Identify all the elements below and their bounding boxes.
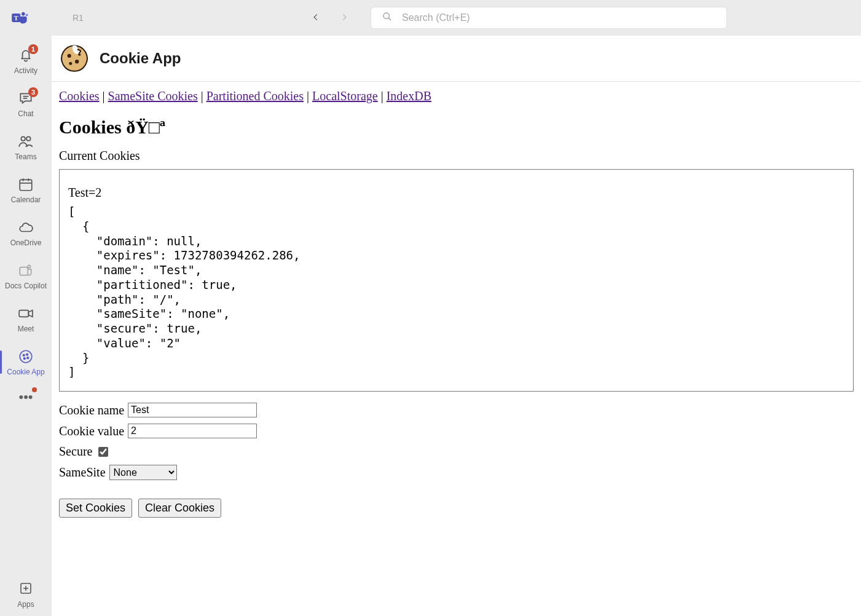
copilot-icon bbox=[17, 262, 34, 279]
app-title: Cookie App bbox=[100, 50, 181, 67]
back-button[interactable] bbox=[312, 12, 320, 25]
cookie-json: [ { "domain": null, "expires": 173278039… bbox=[68, 205, 844, 380]
rail-label: Meet bbox=[18, 325, 34, 333]
app-header: Cookie App bbox=[52, 36, 861, 82]
search-input[interactable] bbox=[401, 12, 715, 24]
cookie-value-row: Cookie value bbox=[59, 424, 854, 438]
cookie-name-input[interactable] bbox=[128, 403, 257, 417]
app-rail: 1 Activity 3 Chat Teams Calendar bbox=[0, 36, 52, 616]
history-nav bbox=[312, 12, 348, 25]
cookie-icon bbox=[17, 348, 34, 365]
link-cookies[interactable]: Cookies bbox=[59, 89, 100, 103]
secure-row: Secure bbox=[59, 444, 854, 459]
rail-label: Docs Copilot bbox=[5, 282, 47, 290]
rail-item-activity[interactable]: 1 Activity bbox=[0, 41, 52, 81]
rail-label: Apps bbox=[17, 600, 34, 609]
search-icon bbox=[382, 12, 392, 24]
cookie-value-input[interactable] bbox=[128, 424, 257, 438]
title-bar: T R1 bbox=[0, 0, 861, 36]
cookie-name-row: Cookie name bbox=[59, 403, 854, 417]
svg-point-20 bbox=[26, 353, 28, 355]
cookie-name-label: Cookie name bbox=[59, 403, 124, 417]
rail-item-apps[interactable]: Apps bbox=[0, 573, 52, 616]
calendar-icon bbox=[17, 176, 34, 193]
svg-text:T: T bbox=[14, 15, 18, 22]
svg-point-21 bbox=[24, 358, 26, 360]
svg-point-26 bbox=[68, 54, 71, 58]
env-label: R1 bbox=[73, 13, 84, 23]
rail-label: Chat bbox=[18, 109, 33, 118]
rail-label: Teams bbox=[15, 152, 36, 161]
rail-item-chat[interactable]: 3 Chat bbox=[0, 84, 52, 124]
apps-icon bbox=[18, 581, 33, 598]
teams-logo-icon: T bbox=[11, 9, 28, 26]
bell-icon: 1 bbox=[17, 47, 34, 64]
cookie-value-label: Cookie value bbox=[59, 424, 124, 438]
cookie-output-box: Test=2 [ { "domain": null, "expires": 17… bbox=[59, 169, 854, 392]
svg-point-8 bbox=[21, 136, 25, 141]
svg-point-15 bbox=[28, 265, 30, 267]
rail-item-docscopilot[interactable]: Docs Copilot bbox=[0, 256, 52, 296]
activity-badge: 1 bbox=[28, 44, 38, 54]
link-localstorage[interactable]: LocalStorage bbox=[312, 89, 378, 103]
chat-badge: 3 bbox=[28, 87, 38, 97]
rail-item-cookieapp[interactable]: Cookie App bbox=[0, 342, 52, 382]
cookie-kv: Test=2 bbox=[68, 186, 844, 200]
secure-label: Secure bbox=[59, 444, 92, 459]
svg-point-18 bbox=[20, 350, 32, 363]
samesite-row: SameSite NoneLaxStrict bbox=[59, 465, 854, 480]
rail-item-more[interactable]: ••• bbox=[0, 386, 52, 408]
more-icon: ••• bbox=[18, 389, 33, 405]
secure-checkbox[interactable] bbox=[98, 447, 108, 457]
svg-point-3 bbox=[26, 14, 28, 16]
page-title: Cookies ðŸ□ª bbox=[59, 117, 854, 138]
rail-item-onedrive[interactable]: OneDrive bbox=[0, 213, 52, 253]
search-box[interactable] bbox=[371, 7, 727, 29]
forward-button[interactable] bbox=[340, 12, 348, 25]
rail-item-teams[interactable]: Teams bbox=[0, 127, 52, 167]
samesite-label: SameSite bbox=[59, 465, 106, 480]
link-partitioned[interactable]: Partitioned Cookies bbox=[206, 89, 304, 103]
rail-item-meet[interactable]: Meet bbox=[0, 299, 52, 339]
video-icon bbox=[17, 305, 34, 322]
svg-point-28 bbox=[69, 62, 72, 65]
people-icon bbox=[17, 133, 34, 150]
page-nav-links: Cookies | SameSite Cookies | Partitioned… bbox=[59, 89, 854, 103]
svg-point-4 bbox=[383, 13, 389, 18]
chat-icon: 3 bbox=[17, 90, 34, 107]
app-content: Cookie App Cookies | SameSite Cookies | … bbox=[52, 36, 861, 616]
svg-point-9 bbox=[26, 136, 31, 141]
rail-label: Cookie App bbox=[7, 368, 44, 376]
rail-label: OneDrive bbox=[10, 239, 42, 247]
set-cookies-button[interactable]: Set Cookies bbox=[59, 499, 132, 518]
svg-rect-14 bbox=[20, 267, 28, 275]
svg-point-19 bbox=[23, 355, 25, 357]
link-indexdb[interactable]: IndexDB bbox=[387, 89, 431, 103]
rail-label: Activity bbox=[14, 66, 37, 75]
samesite-select[interactable]: NoneLaxStrict bbox=[109, 465, 177, 480]
svg-line-5 bbox=[388, 18, 391, 20]
clear-cookies-button[interactable]: Clear Cookies bbox=[138, 499, 221, 518]
svg-marker-17 bbox=[28, 310, 33, 317]
svg-point-2 bbox=[22, 12, 25, 16]
svg-point-27 bbox=[75, 60, 79, 63]
rail-label: Calendar bbox=[11, 195, 41, 204]
cloud-icon bbox=[17, 219, 34, 236]
more-indicator bbox=[32, 387, 37, 392]
svg-point-29 bbox=[78, 53, 81, 56]
cookie-logo-icon bbox=[59, 43, 90, 74]
rail-item-calendar[interactable]: Calendar bbox=[0, 170, 52, 210]
current-cookies-label: Current Cookies bbox=[59, 149, 854, 163]
svg-rect-16 bbox=[19, 310, 28, 317]
link-samesite[interactable]: SameSite Cookies bbox=[108, 89, 198, 103]
svg-rect-10 bbox=[20, 180, 32, 190]
svg-point-22 bbox=[27, 357, 29, 359]
